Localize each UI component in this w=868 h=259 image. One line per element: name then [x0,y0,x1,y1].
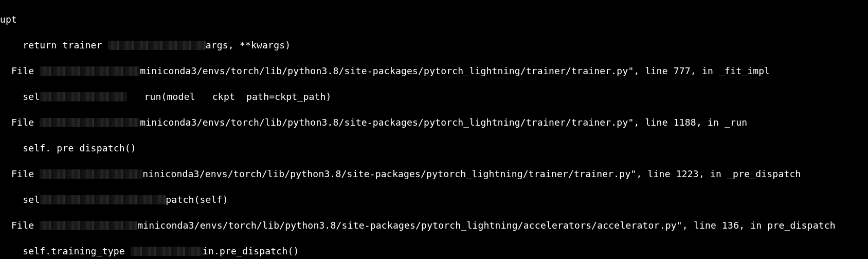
trace-text: self. pre dispatch() [0,143,136,153]
trace-line: File niniconda3/envs/torch/lib/python3.8… [0,167,868,180]
trace-text: miniconda3/envs/torch/lib/python3.8/site… [140,117,747,128]
redacted-path [40,169,142,179]
redacted-path [108,41,206,50]
trace-line: selpatch(self) [0,193,868,206]
trace-text: miniconda3/envs/torch/lib/python3.8/site… [137,220,836,231]
trace-text: run(model ckpt path=ckpt_path) [127,91,331,102]
trace-text: File [0,65,40,76]
trace-line: File miniconda3/envs/torch/lib/python3.8… [0,219,868,232]
trace-text: sel [0,91,40,102]
redacted-path [131,247,203,256]
trace-line: File miniconda3/envs/torch/lib/python3.8… [0,116,868,129]
trace-line: self. pre dispatch() [0,142,868,154]
redacted-path [40,195,166,204]
trace-text: File [0,117,40,128]
trace-text: upt [0,14,17,25]
trace-text: self.training_type [0,246,131,256]
trace-text: niniconda3/envs/torch/lib/python3.8/site… [142,168,801,179]
trace-line: return trainer args, **kwargs) [0,39,868,51]
redacted-path [40,118,140,127]
terminal-output[interactable]: upt return trainer args, **kwargs) File … [0,0,868,259]
trace-text: File [0,168,40,179]
trace-text: patch(self) [166,194,228,205]
trace-line: self.training_type in.pre_dispatch() [0,245,868,257]
trace-text: miniconda3/envs/torch/lib/python3.8/site… [140,65,770,76]
redacted-path [40,92,127,101]
trace-line: File miniconda3/envs/torch/lib/python3.8… [0,64,868,77]
trace-text: sel [0,194,40,205]
trace-text: File [0,220,40,231]
trace-text: return trainer [0,40,108,50]
trace-line: sel run(model ckpt path=ckpt_path) [0,90,868,103]
redacted-path [40,66,140,76]
trace-text: in.pre_dispatch() [203,246,299,256]
trace-text: args, **kwargs) [206,40,291,50]
trace-line: upt [0,13,868,26]
redacted-path [40,221,137,230]
